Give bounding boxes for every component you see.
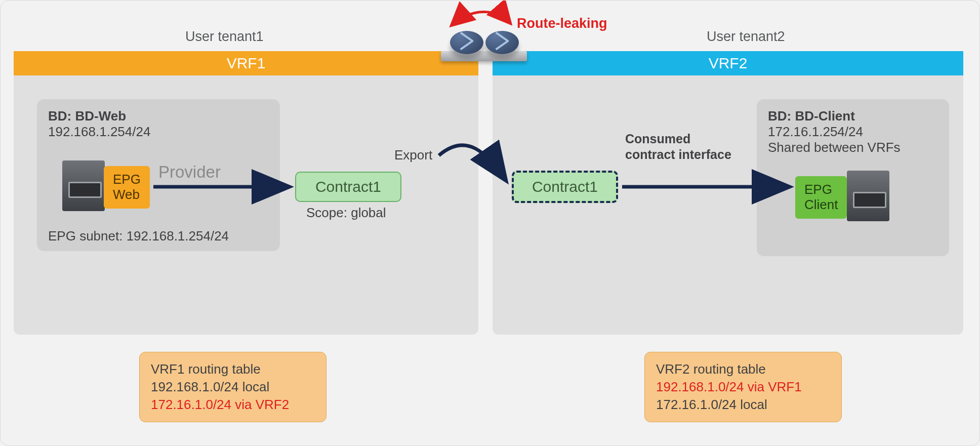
vrf1-header: VRF1	[14, 51, 478, 75]
vrf2-rt-title: VRF2 routing table	[656, 360, 830, 378]
epg-web-line1: EPG	[113, 172, 141, 187]
switch-tray	[441, 51, 527, 61]
provider-label: Provider	[158, 163, 221, 182]
epg-web-tag: EPG Web	[104, 166, 150, 209]
contract1-exported-box: Contract1	[512, 171, 618, 203]
bd-client-title: BD: BD-Client	[768, 108, 855, 124]
vrf2-header: VRF2	[493, 51, 963, 75]
vrf2-routing-table: VRF2 routing table 192.168.1.0/24 via VR…	[644, 352, 842, 422]
vrf2-rt-leaked: 192.168.1.0/24 via VRF1	[656, 378, 830, 396]
consumed-label: Consumed contract interface	[625, 131, 731, 163]
consumed-line1: Consumed	[625, 132, 690, 146]
vrf2-rt-local: 172.16.1.0/24 local	[656, 396, 830, 414]
epg-subnet-label: EPG subnet: 192.168.1.254/24	[48, 228, 229, 244]
tenant2-label: User tenant2	[707, 29, 785, 45]
server-icon-web	[62, 160, 105, 211]
export-label: Export	[394, 147, 432, 163]
route-leaking-label: Route-leaking	[517, 16, 607, 31]
diagram-canvas: User tenant1 User tenant2 Route-leaking …	[0, 0, 980, 446]
bd-client-shared: Shared between VRFs	[768, 140, 938, 155]
epg-web-line2: Web	[113, 187, 140, 202]
consumed-line2: contract interface	[625, 147, 731, 161]
bd-web-title: BD: BD-Web	[48, 108, 126, 124]
tenant1-label: User tenant1	[185, 29, 264, 45]
server-icon-client	[847, 171, 889, 221]
vrf1-rt-leaked: 172.16.1.0/24 via VRF2	[151, 396, 315, 414]
bd-client-subnet: 172.16.1.254/24	[768, 124, 938, 140]
arrow-route-leaking	[451, 12, 511, 26]
epg-client-tag: EPG Client	[795, 176, 847, 219]
bd-web-subnet: 192.168.1.254/24	[48, 124, 269, 140]
vrf1-routing-table: VRF1 routing table 192.168.1.0/24 local …	[139, 352, 326, 422]
epg-client-line1: EPG	[804, 182, 832, 197]
vrf1-rt-local: 192.168.1.0/24 local	[151, 378, 315, 396]
contract1-scope: Scope: global	[306, 205, 386, 221]
router-right-icon	[485, 31, 519, 54]
vrf1-rt-title: VRF1 routing table	[151, 360, 315, 378]
epg-client-line2: Client	[804, 197, 838, 212]
contract1-box: Contract1	[295, 172, 401, 202]
router-left-icon	[450, 31, 483, 54]
